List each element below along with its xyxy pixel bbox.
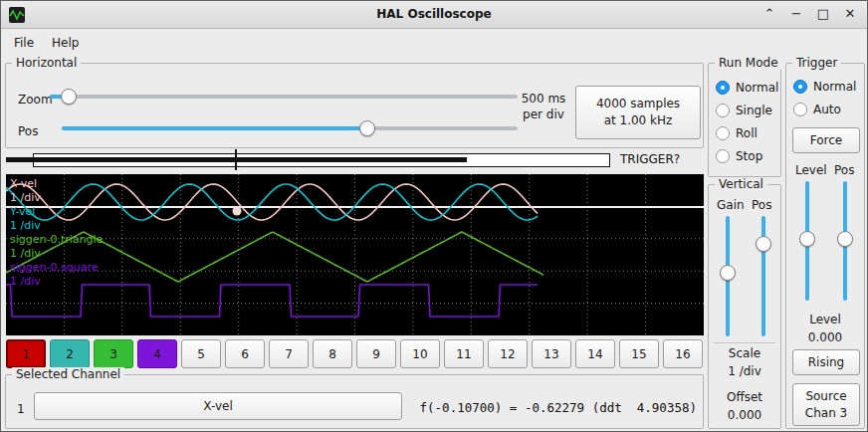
trigger-mode-auto[interactable]: Auto (793, 103, 856, 116)
channel-button-7[interactable]: 7 (269, 339, 309, 368)
zoom-slider[interactable] (50, 88, 518, 106)
run-mode-stop-label: Stop (736, 149, 762, 163)
scope-label-Y-vel: Y-vel (9, 205, 35, 218)
vertical-gain-handle[interactable] (720, 265, 736, 281)
channel-button-14[interactable]: 14 (575, 339, 615, 368)
channel-button-13[interactable]: 13 (532, 339, 571, 368)
channel-button-4[interactable]: 4 (137, 339, 177, 368)
channel-button-row: 12345678910111213141516 (6, 339, 703, 369)
pos-label: Pos (18, 124, 38, 138)
selected-channel-number: 1 (17, 402, 25, 416)
trigger-mode-auto-label: Auto (813, 103, 841, 116)
vertical-group: Vertical Gain Pos Scale 1 /div Offset 0.… (708, 184, 781, 429)
scale-value: 1 /div (709, 364, 780, 378)
scope-scale-siggen-0.triangle: 1 /div (10, 247, 41, 260)
trigger-flag-label: TRIGGER? (620, 152, 680, 166)
radio-unchecked-icon[interactable] (716, 104, 730, 117)
vertical-separator (714, 342, 775, 343)
run-mode-group-title: Run Mode (715, 56, 782, 70)
vertical-gain-label: Gain (717, 198, 745, 212)
vertical-pos-label: Pos (752, 198, 771, 212)
trace-siggen-0.square (6, 285, 538, 317)
run-mode-roll[interactable]: Roll (716, 126, 778, 140)
channel-button-15[interactable]: 15 (619, 339, 659, 368)
scope-canvas: X-vel1 /divY-vel1 /divsiggen-0.triangle1… (6, 174, 704, 335)
horizontal-pos-slider[interactable] (62, 119, 518, 137)
trace-X-vel (6, 184, 538, 220)
offset-value: 0.000 (709, 408, 780, 422)
app-window: HAL Oscilloscope ⌃ − □ ✕ File Help Horiz… (0, 0, 868, 432)
channel-button-16[interactable]: 16 (663, 339, 703, 368)
trigger-level-caption: Level (786, 313, 864, 326)
run-mode-normal[interactable]: Normal (716, 81, 778, 95)
run-mode-options: NormalSingleRollStop (716, 81, 778, 163)
channel-button-9[interactable]: 9 (356, 339, 396, 368)
selected-channel-group: Selected Channel 1 X-vel f(-0.10700) = -… (5, 374, 704, 429)
channel-button-11[interactable]: 11 (444, 339, 484, 368)
trigger-level-handle[interactable] (799, 231, 815, 247)
run-mode-roll-label: Roll (736, 126, 758, 140)
trigger-mode-normal[interactable]: Normal (793, 80, 856, 94)
selected-channel-group-title: Selected Channel (12, 367, 124, 381)
scope-scale-X-vel: 1 /div (10, 191, 41, 204)
force-button[interactable]: Force (792, 127, 860, 153)
channel-button-5[interactable]: 5 (181, 339, 221, 368)
trigger-group: Trigger NormalAuto Force Level Pos Level… (785, 63, 865, 429)
radio-unchecked-icon[interactable] (793, 103, 807, 116)
trigger-source-button[interactable]: Source Chan 3 (792, 383, 860, 426)
vertical-pos-slider[interactable] (756, 216, 771, 336)
samples-button[interactable]: 4000 samples at 1.00 kHz (575, 86, 701, 139)
trigger-mode-normal-label: Normal (813, 80, 856, 94)
trigger-level-value: 0.000 (786, 330, 864, 344)
run-mode-single[interactable]: Single (716, 104, 778, 117)
radio-checked-icon[interactable] (793, 80, 807, 94)
menu-file[interactable]: File (5, 33, 43, 53)
run-mode-group: Run Mode NormalSingleRollStop (708, 63, 781, 177)
zoom-slider-handle[interactable] (61, 89, 77, 105)
maximize-button[interactable]: □ (816, 6, 830, 21)
trigger-edge-button[interactable]: Rising (792, 349, 860, 375)
scope-label-X-vel: X-vel (10, 177, 37, 190)
horizontal-pos-handle[interactable] (359, 120, 375, 136)
channel-button-12[interactable]: 12 (488, 339, 528, 368)
radio-unchecked-icon[interactable] (716, 149, 730, 163)
vertical-pos-track[interactable] (761, 216, 765, 336)
shade-button[interactable]: ⌃ (762, 6, 776, 21)
trigger-timeline[interactable]: TRIGGER? (5, 148, 704, 172)
scope-scale-Y-vel: 1 /div (10, 219, 41, 232)
trigger-pos-slider[interactable] (837, 181, 853, 301)
offset-caption: Offset (709, 390, 780, 404)
channel-button-3[interactable]: 3 (94, 339, 133, 368)
zoom-slider-track[interactable] (50, 95, 518, 99)
radio-checked-icon[interactable] (716, 81, 730, 95)
trigger-level-slider[interactable] (799, 181, 815, 301)
channel-button-10[interactable]: 10 (400, 339, 440, 368)
channel-value-readout: f(-0.10700) = -0.62279 (ddt 4.90358) (420, 400, 697, 415)
scope-label-siggen-0.square: siggen-0.square (10, 261, 99, 274)
channel-name-button[interactable]: X-vel (34, 392, 402, 420)
vertical-pos-handle[interactable] (756, 236, 771, 252)
trigger-point-dot (233, 207, 242, 216)
scope-display[interactable]: X-vel1 /divY-vel1 /divsiggen-0.triangle1… (6, 174, 704, 335)
trigger-pos-handle[interactable] (837, 231, 853, 247)
channel-button-8[interactable]: 8 (313, 339, 352, 368)
run-mode-stop[interactable]: Stop (716, 149, 778, 163)
menu-help[interactable]: Help (43, 33, 88, 53)
scope-scale-siggen-0.square: 1 /div (10, 275, 41, 288)
close-button[interactable]: ✕ (843, 6, 857, 21)
channel-button-6[interactable]: 6 (225, 339, 265, 368)
window-controls: ⌃ − □ ✕ (762, 6, 857, 21)
horizontal-group: Horizontal Zoom 500 ms per div 4000 samp… (5, 63, 704, 148)
channel-button-1[interactable]: 1 (6, 339, 46, 368)
run-mode-normal-label: Normal (736, 81, 778, 95)
horizontal-group-title: Horizontal (12, 56, 81, 70)
vertical-gain-slider[interactable] (720, 216, 736, 336)
menu-bar: File Help (1, 30, 867, 55)
trigger-position-marker[interactable] (235, 149, 237, 170)
title-bar[interactable]: HAL Oscilloscope ⌃ − □ ✕ (1, 1, 867, 29)
radio-unchecked-icon[interactable] (716, 126, 730, 140)
horizontal-pos-fill (62, 126, 367, 130)
minimize-button[interactable]: − (789, 6, 803, 21)
channel-button-2[interactable]: 2 (50, 339, 90, 368)
trigger-group-title: Trigger (792, 56, 841, 70)
